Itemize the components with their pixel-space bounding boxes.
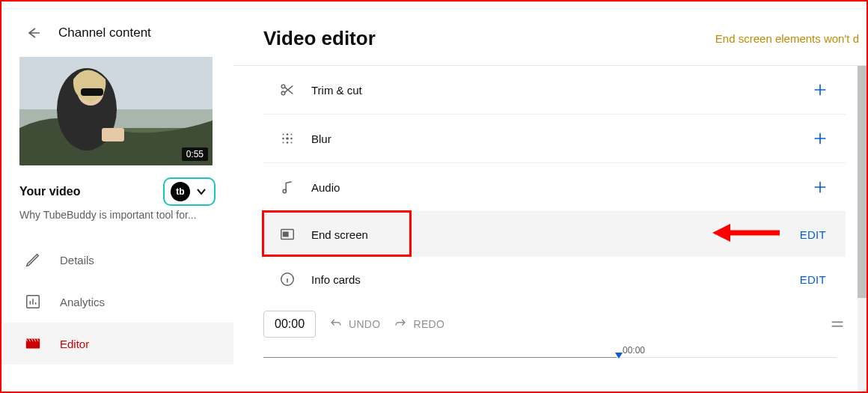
redo-button[interactable]: REDO	[394, 317, 444, 331]
svg-rect-22	[284, 232, 288, 237]
add-button[interactable]	[810, 128, 831, 149]
edit-button[interactable]: EDIT	[800, 228, 826, 241]
back-title: Channel content	[58, 25, 151, 40]
row-label: Audio	[311, 181, 795, 194]
svg-rect-6	[102, 128, 124, 141]
analytics-icon	[24, 293, 42, 311]
video-title: Why TubeBuddy is important tool for...	[1, 209, 233, 221]
sidebar-item-editor[interactable]: Editor	[1, 323, 233, 365]
drag-handle-icon[interactable]	[829, 316, 846, 332]
row-info-cards[interactable]: Info cards EDIT	[263, 257, 846, 302]
svg-point-20	[283, 189, 286, 192]
row-label: Blur	[311, 132, 795, 145]
svg-point-19	[291, 142, 293, 144]
editor-icon	[24, 335, 42, 353]
playhead-icon[interactable]	[615, 353, 623, 359]
tubebuddy-badge[interactable]: tb	[163, 177, 216, 206]
undo-label: UNDO	[349, 318, 380, 330]
timeline[interactable]: 00:00 15:00	[233, 345, 867, 375]
row-label: Trim & cut	[311, 84, 795, 97]
current-time[interactable]: 00:00	[263, 311, 316, 338]
row-trim-cut[interactable]: Trim & cut	[263, 66, 846, 115]
sidebar-item-details[interactable]: Details	[1, 239, 233, 281]
row-label: End screen	[311, 228, 785, 241]
sidebar-item-analytics[interactable]: Analytics	[1, 281, 233, 323]
end-screen-icon	[278, 225, 296, 243]
scrollbar[interactable]	[858, 66, 867, 392]
your-video-label: Your video	[19, 185, 81, 198]
tubebuddy-icon: tb	[171, 182, 190, 201]
music-note-icon	[278, 178, 296, 196]
svg-point-11	[283, 134, 284, 135]
svg-point-18	[287, 141, 289, 144]
warning-text: End screen elements won't d	[715, 32, 859, 45]
row-blur[interactable]: Blur	[263, 115, 846, 163]
sidebar-item-label: Analytics	[60, 296, 105, 308]
svg-point-16	[290, 138, 293, 140]
timeline-mark: 00:00	[623, 345, 645, 356]
svg-point-15	[286, 137, 289, 140]
timeline-track	[263, 357, 837, 358]
scissors-icon	[278, 81, 296, 99]
page-title: Video editor	[263, 27, 376, 50]
back-arrow-icon[interactable]	[24, 24, 42, 42]
row-audio[interactable]: Audio	[263, 163, 846, 212]
pencil-icon	[24, 251, 42, 269]
chevron-down-icon	[195, 185, 208, 198]
blur-icon	[278, 130, 296, 147]
sidebar-item-label: Details	[60, 254, 94, 266]
svg-point-12	[287, 133, 289, 135]
row-end-screen[interactable]: End screen EDIT	[263, 212, 846, 257]
add-button[interactable]	[810, 177, 831, 198]
svg-point-14	[282, 138, 284, 140]
add-button[interactable]	[810, 79, 831, 100]
sidebar-item-label: Editor	[60, 338, 89, 350]
edit-button[interactable]: EDIT	[800, 273, 826, 286]
undo-button[interactable]: UNDO	[329, 317, 380, 331]
info-icon	[278, 270, 296, 288]
video-thumbnail[interactable]: 0:55	[19, 57, 213, 165]
duration-badge: 0:55	[182, 147, 208, 161]
row-label: Info cards	[311, 273, 785, 286]
svg-rect-5	[81, 88, 103, 96]
svg-point-13	[291, 134, 293, 135]
redo-label: REDO	[413, 318, 444, 330]
svg-point-17	[283, 142, 284, 144]
